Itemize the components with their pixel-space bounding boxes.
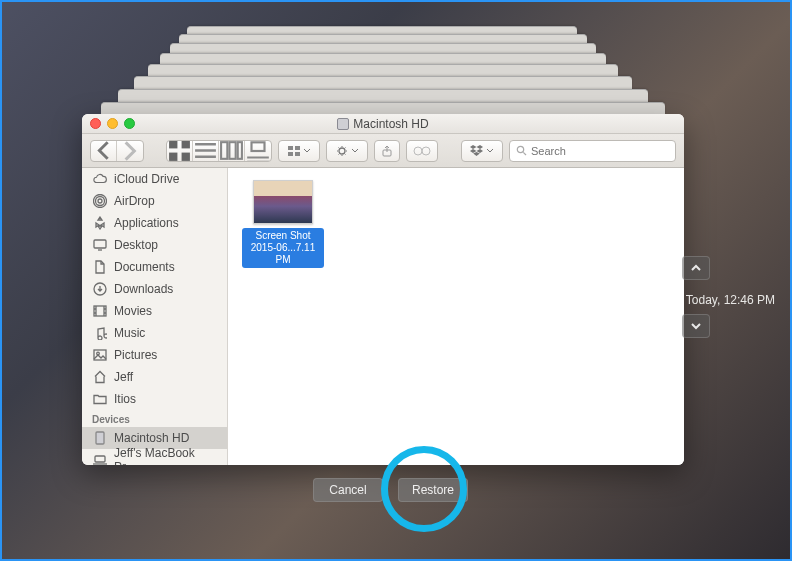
share-button[interactable] <box>374 140 400 162</box>
laptop-icon <box>92 453 107 465</box>
svg-rect-8 <box>288 146 293 150</box>
search-input[interactable] <box>531 145 669 157</box>
file-item[interactable]: Screen Shot 2015-06...7.11 PM <box>242 180 324 268</box>
movie-icon <box>92 304 107 318</box>
search-icon <box>516 145 527 156</box>
window-controls[interactable] <box>90 118 135 129</box>
svg-point-17 <box>98 199 102 203</box>
sidebar-item-label: Jeff's MacBook Pr... <box>114 446 217 465</box>
sidebar-item-itios[interactable]: Itios <box>82 388 227 410</box>
svg-rect-23 <box>94 350 106 360</box>
svg-rect-6 <box>238 142 242 159</box>
doc-icon <box>92 260 107 274</box>
svg-rect-10 <box>288 152 293 156</box>
sidebar-item-desktop[interactable]: Desktop <box>82 234 227 256</box>
sidebar-item-label: Pictures <box>114 348 157 362</box>
cloud-icon <box>92 172 107 186</box>
sidebar-item-jeff-s-macbook-pr-[interactable]: Jeff's MacBook Pr... <box>82 449 227 465</box>
sidebar-item-label: Music <box>114 326 145 340</box>
window-title: Macintosh HD <box>337 117 428 131</box>
window-title-text: Macintosh HD <box>353 117 428 131</box>
sidebar-item-music[interactable]: Music <box>82 322 227 344</box>
sidebar-item-label: AirDrop <box>114 194 155 208</box>
column-view-button[interactable] <box>219 141 245 161</box>
file-label: Screen Shot 2015-06...7.11 PM <box>242 228 324 268</box>
hd-icon <box>337 118 349 130</box>
cancel-button[interactable]: Cancel <box>313 478 383 502</box>
toolbar <box>82 134 684 168</box>
svg-rect-2 <box>169 153 177 161</box>
timeline-down-button[interactable] <box>682 314 710 338</box>
sidebar-item-airdrop[interactable]: AirDrop <box>82 190 227 212</box>
picture-icon <box>92 348 107 362</box>
svg-rect-26 <box>95 456 105 462</box>
sidebar-item-downloads[interactable]: Downloads <box>82 278 227 300</box>
sidebar-item-label: Jeff <box>114 370 133 384</box>
restore-button[interactable]: Restore <box>398 478 468 502</box>
svg-point-14 <box>414 147 422 155</box>
list-view-button[interactable] <box>193 141 219 161</box>
snapshot-timestamp: Today, 12:46 PM <box>686 293 775 307</box>
sidebar-item-label: Macintosh HD <box>114 431 189 445</box>
svg-rect-9 <box>295 146 300 150</box>
folder-icon <box>92 392 107 406</box>
zoom-icon[interactable] <box>124 118 135 129</box>
sidebar-item-documents[interactable]: Documents <box>82 256 227 278</box>
airdrop-icon <box>92 194 107 208</box>
chevron-up-icon <box>690 262 702 274</box>
content-area[interactable]: Screen Shot 2015-06...7.11 PM <box>228 168 684 465</box>
svg-point-18 <box>95 197 104 206</box>
sidebar: iCloud DriveAirDropApplicationsDesktopDo… <box>82 168 228 465</box>
tags-button[interactable] <box>406 140 438 162</box>
svg-rect-7 <box>252 142 265 151</box>
minimize-icon[interactable] <box>107 118 118 129</box>
sidebar-item-label: Applications <box>114 216 179 230</box>
view-switcher[interactable] <box>166 140 272 162</box>
action-button[interactable] <box>326 140 368 162</box>
svg-rect-20 <box>94 240 106 248</box>
search-field[interactable] <box>509 140 676 162</box>
svg-rect-5 <box>229 142 235 159</box>
icon-view-button[interactable] <box>167 141 193 161</box>
sidebar-item-icloud-drive[interactable]: iCloud Drive <box>82 168 227 190</box>
sidebar-item-label: Itios <box>114 392 136 406</box>
sidebar-item-label: Movies <box>114 304 152 318</box>
svg-rect-4 <box>221 142 227 159</box>
download-icon <box>92 282 107 296</box>
svg-rect-3 <box>182 153 190 161</box>
svg-rect-11 <box>295 152 300 156</box>
timeline-up-button[interactable] <box>682 256 710 280</box>
finder-window: Macintosh HD <box>82 114 684 465</box>
arrange-button[interactable] <box>278 140 320 162</box>
forward-button[interactable] <box>117 141 143 161</box>
chevron-down-icon <box>690 320 702 332</box>
back-button[interactable] <box>91 141 117 161</box>
sidebar-item-label: Documents <box>114 260 175 274</box>
file-thumbnail-icon <box>253 180 313 224</box>
home-icon <box>92 370 107 384</box>
music-icon <box>92 326 107 340</box>
svg-point-16 <box>517 146 523 152</box>
sidebar-item-label: Desktop <box>114 238 158 252</box>
hd-icon <box>92 431 107 445</box>
close-icon[interactable] <box>90 118 101 129</box>
dropbox-button[interactable] <box>461 140 503 162</box>
sidebar-section-devices: Devices <box>82 410 227 427</box>
sidebar-item-label: iCloud Drive <box>114 172 179 186</box>
svg-point-15 <box>422 147 430 155</box>
time-machine-stage: Macintosh HD <box>0 0 792 561</box>
sidebar-item-movies[interactable]: Movies <box>82 300 227 322</box>
desktop-icon <box>92 238 107 252</box>
svg-rect-0 <box>169 140 177 148</box>
sidebar-item-applications[interactable]: Applications <box>82 212 227 234</box>
svg-point-12 <box>339 148 345 154</box>
sidebar-item-pictures[interactable]: Pictures <box>82 344 227 366</box>
coverflow-view-button[interactable] <box>245 141 271 161</box>
apps-icon <box>92 216 107 230</box>
svg-rect-25 <box>96 432 104 444</box>
nav-back-forward[interactable] <box>90 140 144 162</box>
sidebar-item-label: Downloads <box>114 282 173 296</box>
sidebar-item-jeff[interactable]: Jeff <box>82 366 227 388</box>
svg-rect-1 <box>182 140 190 148</box>
titlebar: Macintosh HD <box>82 114 684 134</box>
